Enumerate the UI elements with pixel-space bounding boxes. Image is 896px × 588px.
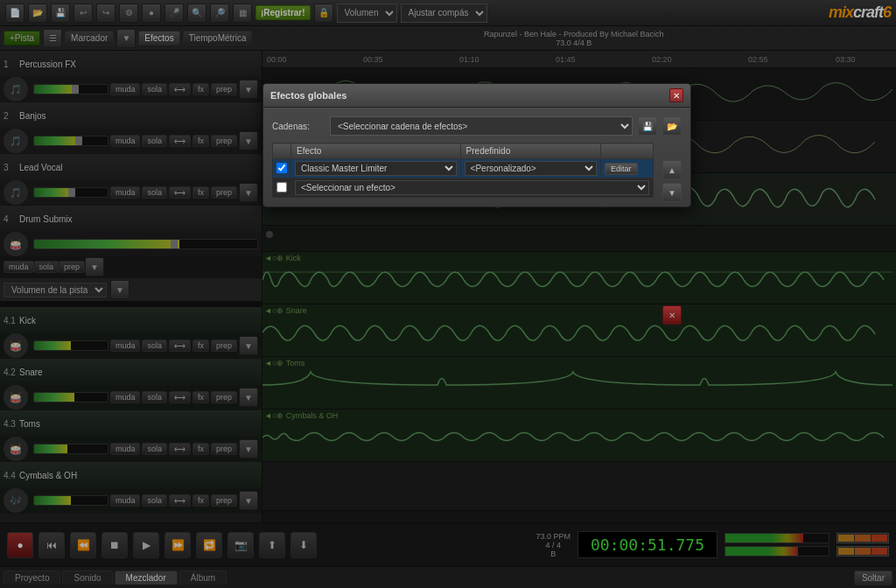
add-checkbox[interactable] (276, 182, 287, 192)
chain-load-icon[interactable]: 📂 (662, 116, 682, 136)
chain-select[interactable]: <Seleccionar cadena de efectos> (330, 116, 633, 136)
effect-1-edit-button[interactable]: Editar (605, 163, 638, 175)
move-up-button[interactable]: ▲ (662, 160, 682, 179)
effects-modal: Efectos globales ✕ Cadenas: <Seleccionar… (262, 83, 691, 207)
add-effect-select[interactable]: <Seleccionar un efecto> (295, 180, 649, 195)
add-effect-cell: <Seleccionar un efecto> (291, 178, 654, 198)
effect-preset-cell: <Personalizado> (460, 159, 600, 178)
effect-1-checkbox[interactable] (276, 163, 287, 173)
modal-titlebar: Efectos globales ✕ (263, 84, 690, 108)
modal-title: Efectos globales (270, 90, 669, 101)
modal-overlay: Efectos globales ✕ Cadenas: <Seleccionar… (0, 0, 896, 588)
effect-row-add: <Seleccionar un efecto> (273, 178, 654, 198)
effect-edit-cell: Editar (601, 159, 654, 178)
effects-table: Efecto Predefinido Classic Master Limi (272, 143, 654, 198)
chain-save-icon[interactable]: 💾 (638, 116, 657, 136)
col-preset: Predefinido (460, 144, 600, 159)
chains-label: Cadenas: (272, 122, 325, 131)
effect-1-preset-select[interactable]: <Personalizado> (465, 161, 597, 176)
delete-effect-button[interactable]: ✕ (662, 305, 682, 325)
col-edit (601, 144, 654, 159)
table-wrapper: Efecto Predefinido Classic Master Limi (272, 143, 654, 198)
chains-row: Cadenas: <Seleccionar cadena de efectos>… (272, 116, 682, 136)
col-checkbox (273, 144, 291, 159)
move-down-button[interactable]: ▼ (662, 183, 682, 202)
effect-name-cell: Classic Master Limiter (291, 159, 461, 178)
effect-1-select[interactable]: Classic Master Limiter (295, 161, 457, 176)
table-side-buttons: ▲ ▼ ✕ (662, 160, 682, 325)
add-checkbox-cell[interactable] (273, 178, 291, 198)
modal-body: Cadenas: <Seleccionar cadena de efectos>… (263, 108, 690, 206)
effect-checkbox-cell[interactable] (273, 159, 291, 178)
effect-row-1: Classic Master Limiter <Personalizado> (273, 159, 654, 178)
effects-table-container: Efecto Predefinido Classic Master Limi (272, 143, 682, 198)
modal-close-button[interactable]: ✕ (669, 88, 683, 102)
col-effect: Efecto (291, 144, 461, 159)
